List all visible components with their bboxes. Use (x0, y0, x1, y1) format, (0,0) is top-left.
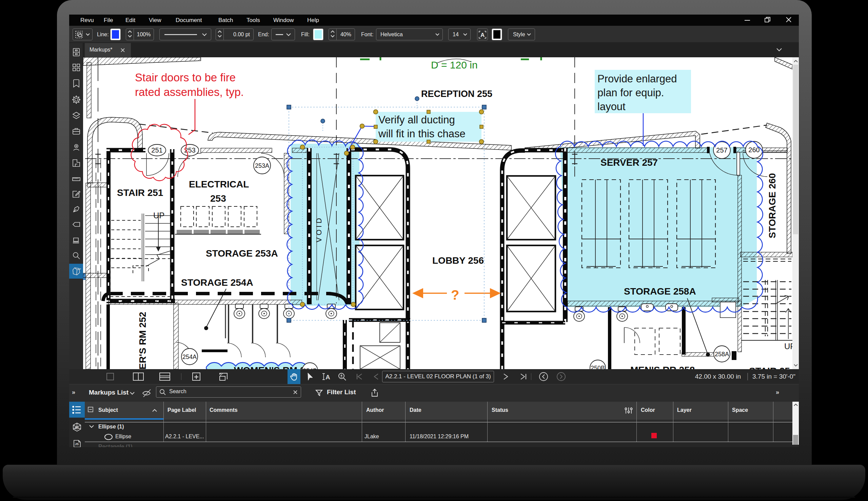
svg-text:RECEPTION 255: RECEPTION 255 (421, 89, 492, 99)
svg-text:UP: UP (784, 342, 792, 351)
svg-text:257: 257 (716, 147, 727, 154)
svg-text:rated assemblies, typ.: rated assemblies, typ. (135, 86, 244, 98)
svg-text:MEN'S RR 258: MEN'S RR 258 (630, 365, 695, 369)
svg-text:STORAGE 260: STORAGE 260 (767, 173, 777, 238)
svg-text:251: 251 (151, 147, 162, 154)
svg-text:plan for equip.: plan for equip. (597, 87, 664, 99)
svg-text:Verify all ducting: Verify all ducting (378, 114, 455, 126)
svg-text:Stair doors to be fire: Stair doors to be fire (135, 71, 236, 84)
svg-text:ELECTRICAL: ELECTRICAL (189, 179, 249, 190)
svg-text:258A: 258A (715, 351, 729, 358)
svg-text:260: 260 (748, 146, 760, 153)
svg-text:A: A (326, 374, 330, 381)
svg-text:STORAGE 258A: STORAGE 258A (624, 286, 696, 297)
svg-text:VOID: VOID (315, 216, 323, 242)
svg-text:?: ? (451, 287, 459, 302)
svg-text:253: 253 (210, 193, 226, 204)
svg-text:STORAGE 253A: STORAGE 253A (206, 248, 278, 259)
svg-text:Provide enlarged: Provide enlarged (597, 73, 677, 85)
svg-text:ER'S RM 252: ER'S RM 252 (137, 312, 148, 369)
svg-text:A: A (480, 32, 485, 38)
svg-text:will fit in this chase: will fit in this chase (378, 128, 466, 140)
svg-text:UP: UP (153, 211, 165, 220)
svg-text:STAIR 251: STAIR 251 (117, 188, 163, 198)
svg-text:250B: 250B (591, 365, 605, 369)
svg-text:STAIR 25: STAIR 25 (749, 366, 790, 369)
svg-text:254A: 254A (182, 353, 197, 360)
svg-text:layout: layout (597, 101, 626, 113)
svg-text:3D: 3D (75, 426, 79, 430)
svg-text:STORAGE 254A: STORAGE 254A (181, 277, 253, 288)
svg-text:SERVER 257: SERVER 257 (601, 157, 658, 168)
svg-text:253A: 253A (255, 162, 269, 169)
svg-text:JS: JS (75, 443, 79, 446)
svg-text:D = 120 in: D = 120 in (431, 59, 478, 71)
svg-text:LOBBY 256: LOBBY 256 (432, 255, 484, 266)
